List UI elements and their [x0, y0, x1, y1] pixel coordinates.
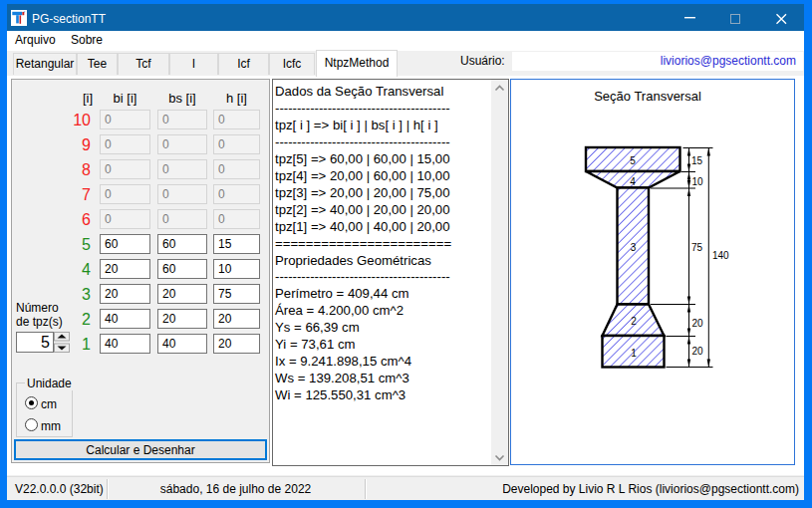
svg-text:20: 20 [692, 346, 704, 357]
svg-text:75: 75 [691, 242, 703, 253]
svg-text:2: 2 [631, 316, 637, 327]
svg-text:4: 4 [630, 176, 636, 187]
svg-text:20: 20 [692, 318, 704, 329]
svg-text:15: 15 [691, 155, 703, 166]
svg-text:3: 3 [631, 242, 637, 253]
svg-text:10: 10 [692, 176, 704, 187]
svg-text:5: 5 [630, 155, 636, 166]
svg-text:140: 140 [712, 250, 729, 261]
svg-text:1: 1 [631, 348, 637, 359]
